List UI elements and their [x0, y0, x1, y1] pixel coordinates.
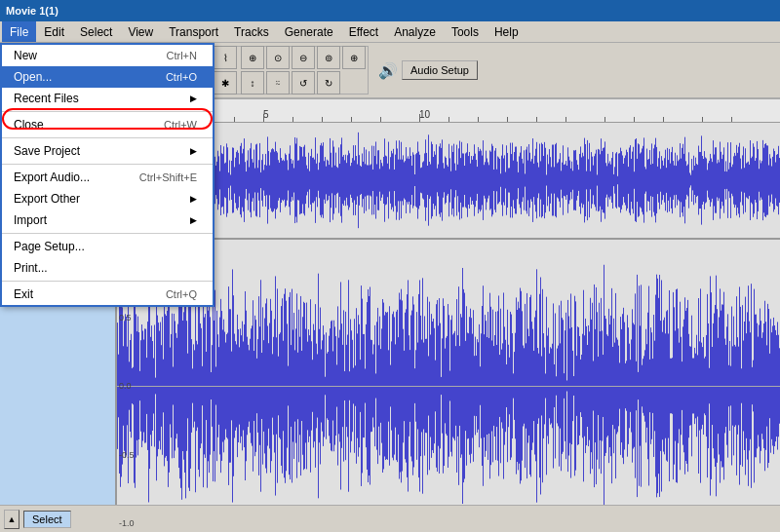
file-menu-dropdown: New Ctrl+N Open... Ctrl+O Recent Files C… — [0, 43, 214, 307]
menu-bar: File Edit Select View Transport Tracks G… — [0, 21, 780, 43]
tool-zoom4[interactable]: ⊚ — [317, 46, 340, 69]
tool-multi[interactable]: ✱ — [214, 71, 237, 95]
menu-item-close-label: Close — [14, 118, 44, 132]
menu-item-export-audio-shortcut: Ctrl+Shift+E — [139, 171, 197, 183]
menu-item-export-audio[interactable]: Export Audio... Ctrl+Shift+E — [2, 167, 213, 188]
menu-tracks[interactable]: Tracks — [226, 21, 277, 42]
menu-item-export-audio-label: Export Audio... — [14, 171, 90, 184]
bottom-bar: ▲ Select — [0, 505, 780, 532]
waveform-canvas-1 — [117, 123, 780, 238]
menu-item-new-label: New — [14, 49, 37, 62]
menu-item-open[interactable]: Open... Ctrl+O — [2, 66, 213, 88]
audio-setup-group: 🔊 Audio Setup — [378, 60, 478, 80]
menu-item-open-shortcut: Ctrl+O — [166, 71, 197, 83]
menu-item-close[interactable]: Close Ctrl+W — [2, 114, 213, 135]
menu-sep-3 — [2, 164, 213, 165]
menu-item-recent-label: Recent Files — [14, 92, 79, 105]
menu-edit[interactable]: Edit — [36, 21, 72, 42]
audio-setup-button[interactable]: Audio Setup — [402, 60, 478, 80]
menu-item-new[interactable]: New Ctrl+N — [2, 45, 213, 66]
menu-item-export-other[interactable]: Export Other — [2, 188, 213, 209]
menu-item-page-setup-label: Page Setup... — [14, 240, 85, 253]
track-timeline: 5 10 — [117, 99, 780, 532]
ruler-mark-10: 10 — [419, 109, 430, 120]
speaker-icon: 🔊 — [378, 61, 398, 80]
menu-select[interactable]: Select — [72, 21, 120, 42]
select-label[interactable]: Select — [23, 511, 71, 528]
tool-silence[interactable]: ⍨ — [266, 71, 290, 95]
menu-sep-4 — [2, 233, 213, 234]
tool-undo[interactable]: ↺ — [292, 71, 315, 95]
menu-item-exit[interactable]: Exit Ctrl+Q — [2, 284, 213, 305]
tool-zoom3[interactable]: ⊖ — [292, 46, 315, 69]
menu-sep-5 — [2, 281, 213, 282]
menu-item-save-project[interactable]: Save Project — [2, 140, 213, 162]
menu-item-recent[interactable]: Recent Files — [2, 88, 213, 109]
menu-sep-1 — [2, 111, 213, 112]
menu-help[interactable]: Help — [487, 21, 526, 42]
menu-generate[interactable]: Generate — [277, 21, 341, 42]
tool-envelope[interactable]: ⌇ — [214, 46, 237, 69]
ruler: 5 10 — [117, 99, 780, 123]
menu-item-print[interactable]: Print... — [2, 257, 213, 279]
menu-item-import-label: Import — [14, 213, 47, 227]
waveform-canvas-2 — [117, 240, 780, 532]
menu-file[interactable]: File — [2, 21, 36, 42]
menu-transport[interactable]: Transport — [161, 21, 226, 42]
menu-item-import[interactable]: Import — [2, 209, 213, 231]
menu-item-open-label: Open... — [14, 70, 52, 84]
menu-item-close-shortcut: Ctrl+W — [164, 119, 197, 131]
menu-analyze[interactable]: Analyze — [386, 21, 444, 42]
title-text: Movie 1(1) — [6, 5, 58, 17]
menu-item-exit-label: Exit — [14, 287, 33, 301]
dropdown-menu-file: New Ctrl+N Open... Ctrl+O Recent Files C… — [0, 43, 214, 307]
audio-track-2: 1.0 0.5 0.0 -0.5 -1.0 — [117, 240, 780, 532]
menu-item-print-label: Print... — [14, 261, 48, 275]
menu-sep-2 — [2, 137, 213, 138]
menu-item-new-shortcut: Ctrl+N — [167, 50, 197, 61]
menu-item-page-setup[interactable]: Page Setup... — [2, 236, 213, 257]
title-bar: Movie 1(1) — [0, 0, 780, 21]
tool-zoom5[interactable]: ⊕ — [342, 46, 366, 69]
menu-item-export-other-label: Export Other — [14, 192, 80, 206]
tool-zoom2[interactable]: ⊙ — [266, 46, 290, 69]
menu-item-save-label: Save Project — [14, 144, 80, 158]
tool-redo[interactable]: ↻ — [317, 71, 340, 95]
menu-tools[interactable]: Tools — [444, 21, 487, 42]
select-up-btn[interactable]: ▲ — [4, 510, 20, 529]
audio-track-1: // Drawn inline via JS below — [117, 123, 780, 240]
menu-view[interactable]: View — [120, 21, 161, 42]
tool-trim[interactable]: ↕ — [241, 71, 264, 95]
menu-effect[interactable]: Effect — [341, 21, 386, 42]
tool-zoom[interactable]: ⊕ — [241, 46, 264, 69]
menu-item-exit-shortcut: Ctrl+Q — [166, 288, 197, 300]
